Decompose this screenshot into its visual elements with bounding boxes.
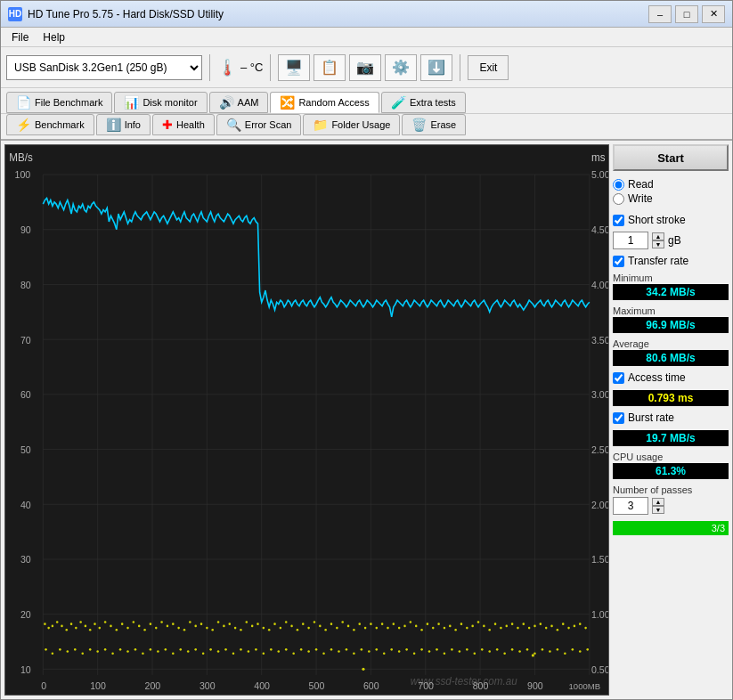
tab-info[interactable]: ℹ️ Info: [96, 114, 151, 135]
tab-info-label: Info: [125, 119, 141, 130]
tab-aam-label: AAM: [238, 97, 259, 108]
tab-disk-monitor[interactable]: 📊 Disk monitor: [114, 92, 207, 113]
svg-text:70: 70: [20, 334, 31, 345]
svg-point-96: [263, 627, 265, 630]
svg-point-194: [346, 648, 348, 651]
svg-point-66: [94, 623, 96, 625]
svg-point-184: [270, 648, 273, 651]
short-stroke-input[interactable]: [613, 215, 624, 226]
access-time-checkbox[interactable]: Access time: [613, 371, 729, 384]
close-button[interactable]: ✕: [702, 5, 725, 23]
menu-file[interactable]: File: [4, 29, 36, 45]
drive-select[interactable]: USB SanDisk 3.2Gen1 (250 gB): [6, 55, 202, 80]
svg-point-129: [449, 625, 452, 628]
access-time-input[interactable]: [613, 372, 624, 384]
svg-point-77: [155, 627, 158, 630]
svg-point-147: [550, 625, 553, 628]
window-controls: – □ ✕: [648, 5, 725, 23]
svg-point-216: [511, 648, 514, 651]
svg-point-206: [436, 648, 438, 651]
radio-read-label: Read: [628, 178, 654, 191]
burst-rate-checkbox[interactable]: Burst rate: [613, 411, 729, 424]
svg-point-217: [518, 650, 521, 653]
svg-point-64: [85, 625, 87, 628]
maximize-button[interactable]: □: [675, 5, 698, 23]
tab-random-access-label: Random Access: [298, 97, 369, 108]
svg-point-69: [110, 625, 112, 628]
right-panel: Start Read Write Short stroke ▲: [613, 144, 729, 696]
svg-point-186: [285, 648, 288, 651]
svg-point-187: [292, 652, 295, 655]
start-button[interactable]: Start: [613, 144, 729, 171]
toolbar-btn-2[interactable]: 📋: [314, 54, 346, 81]
tab-file-benchmark[interactable]: 📄 File Benchmark: [6, 92, 112, 113]
exit-button[interactable]: Exit: [468, 55, 509, 80]
tab-error-scan[interactable]: 🔍 Error Scan: [216, 114, 302, 135]
svg-point-224: [572, 648, 574, 651]
passes-up-button[interactable]: ▲: [652, 498, 664, 506]
transfer-rate-input[interactable]: [613, 256, 624, 267]
svg-point-119: [393, 623, 395, 625]
stroke-up-button[interactable]: ▲: [652, 232, 664, 240]
cpu-usage-value: 61.3%: [613, 463, 729, 479]
tab-aam[interactable]: 🔊 AAM: [209, 92, 269, 113]
tab-random-access[interactable]: 🔀 Random Access: [270, 92, 379, 113]
short-stroke-checkbox[interactable]: Short stroke: [613, 214, 729, 226]
svg-point-227: [362, 668, 364, 671]
svg-point-101: [290, 625, 293, 628]
svg-point-144: [533, 625, 536, 628]
svg-point-118: [387, 627, 389, 630]
minimize-button[interactable]: –: [648, 5, 672, 23]
svg-point-86: [206, 627, 208, 630]
radio-write-input[interactable]: [613, 193, 624, 205]
burst-rate-input[interactable]: [613, 412, 624, 424]
svg-point-94: [251, 625, 254, 628]
svg-point-150: [567, 627, 570, 630]
svg-point-168: [150, 648, 152, 651]
toolbar-btn-3[interactable]: 📷: [349, 54, 381, 81]
menu-help[interactable]: Help: [36, 29, 72, 45]
transfer-rate-checkbox[interactable]: Transfer rate: [613, 255, 729, 267]
svg-text:600: 600: [363, 680, 379, 691]
svg-text:4.50: 4.50: [591, 224, 608, 235]
tab-erase[interactable]: 🗑️ Erase: [402, 114, 466, 135]
file-benchmark-icon: 📄: [16, 95, 31, 110]
svg-point-140: [511, 623, 514, 625]
toolbar-btn-4[interactable]: ⚙️: [385, 54, 417, 81]
tab-benchmark[interactable]: ⚡ Benchmark: [6, 114, 94, 135]
passes-down-button[interactable]: ▼: [652, 506, 664, 514]
stroke-value-input[interactable]: [613, 232, 648, 249]
stroke-unit-label: gB: [668, 234, 681, 247]
chart-container: MB/s 100 90 80 70 60 50 40 30 20 10 ms 5…: [4, 144, 609, 696]
svg-point-177: [217, 650, 220, 653]
svg-point-72: [126, 627, 129, 630]
svg-point-124: [420, 629, 423, 631]
svg-text:1000MB: 1000MB: [569, 681, 600, 691]
toolbar-btn-1[interactable]: 🖥️: [278, 54, 310, 81]
error-scan-icon: 🔍: [226, 118, 241, 132]
svg-point-183: [263, 652, 265, 655]
svg-point-197: [368, 650, 371, 653]
tabs-row-2: ⚡ Benchmark ℹ️ Info ✚ Health 🔍 Error Sca…: [1, 114, 732, 141]
tab-health[interactable]: ✚ Health: [152, 114, 215, 135]
random-access-icon: 🔀: [280, 95, 295, 110]
passes-value-input[interactable]: [613, 497, 648, 515]
svg-point-112: [353, 629, 355, 631]
access-time-stat: 0.793 ms: [613, 389, 729, 406]
svg-point-190: [315, 648, 318, 651]
svg-point-114: [364, 627, 367, 630]
stroke-down-button[interactable]: ▼: [652, 240, 664, 248]
svg-point-221: [549, 650, 551, 653]
tab-extra-tests[interactable]: 🧪 Extra tests: [381, 92, 466, 113]
radio-read-input[interactable]: [613, 179, 624, 191]
svg-point-111: [347, 625, 350, 628]
radio-write[interactable]: Write: [613, 192, 729, 205]
tab-folder-usage[interactable]: 📁 Folder Usage: [303, 114, 400, 135]
svg-point-60: [65, 629, 68, 631]
svg-point-59: [61, 625, 63, 628]
svg-rect-0: [5, 145, 608, 695]
svg-point-92: [240, 629, 242, 631]
svg-point-83: [189, 621, 191, 623]
radio-read[interactable]: Read: [613, 178, 729, 191]
toolbar-btn-5[interactable]: ⬇️: [420, 54, 452, 81]
